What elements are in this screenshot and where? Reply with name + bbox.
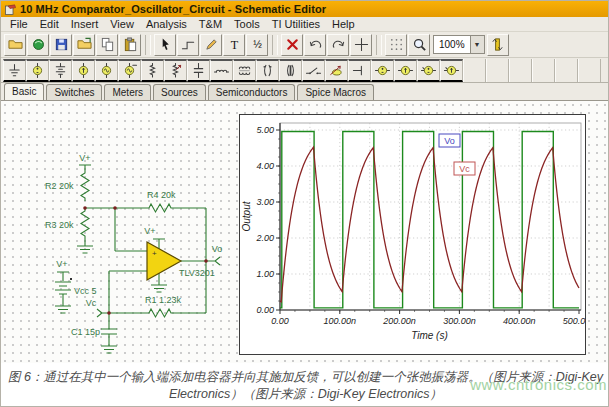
switch-component-button[interactable]	[302, 59, 325, 82]
relay-component-button[interactable]	[325, 59, 348, 82]
inductor-component-button[interactable]	[210, 59, 233, 82]
terminal-component-button[interactable]	[348, 59, 371, 82]
wire-button[interactable]	[177, 34, 199, 56]
capacitor-c1[interactable]	[101, 313, 117, 346]
tab-switches[interactable]: Switches	[46, 84, 102, 100]
x-tick-label: 300.00n	[443, 316, 476, 326]
menu-tools[interactable]: Tools	[228, 18, 266, 30]
nonlinear-transformer-component-button[interactable]	[279, 59, 302, 82]
zoom-level-dropdown[interactable]: 100%▼	[433, 35, 485, 54]
current-generator-component-button[interactable]	[118, 59, 141, 82]
menu-ti-utilities[interactable]: TI Utilities	[266, 18, 326, 30]
delete-button[interactable]	[281, 34, 303, 56]
legend-label: Vo	[444, 136, 455, 146]
open-file-button[interactable]	[73, 34, 95, 56]
voltage-generator-component-button[interactable]	[95, 59, 118, 82]
resistor-component-button[interactable]	[141, 59, 164, 82]
ground-symbol[interactable]	[77, 239, 93, 253]
tab-spice-macros[interactable]: Spice Macros	[297, 84, 374, 100]
menubar: FileEditInsertViewAnalysisT&MToolsTI Uti…	[1, 17, 608, 32]
resistor-r2[interactable]	[81, 171, 89, 201]
empty-toolbar-cell	[578, 59, 601, 82]
voltage-source-icon	[30, 63, 45, 78]
zoom-lens-icon	[412, 37, 427, 52]
schematic-canvas[interactable]: V+ R2 20k R3 20k R4 20k V+ TLV3201 Vo Vc…	[1, 101, 609, 363]
y-tick-label: 3.00	[256, 197, 274, 207]
resistor-r1[interactable]	[147, 309, 173, 317]
coupled-inductors-component-button[interactable]	[233, 59, 256, 82]
menu-insert[interactable]: Insert	[65, 18, 105, 30]
fraction-button[interactable]: ½	[246, 34, 268, 56]
grid-icon	[389, 37, 404, 52]
crosshair-button[interactable]	[350, 34, 372, 56]
menu-view[interactable]: View	[104, 18, 140, 30]
menu-help[interactable]: Help	[326, 18, 361, 30]
redo-button[interactable]	[327, 34, 349, 56]
x-tick-label: 0.00	[271, 316, 289, 326]
vcvs-icon	[375, 63, 390, 78]
interactive-icon	[490, 37, 505, 52]
cccs-icon	[444, 63, 459, 78]
resistor-r3[interactable]	[81, 208, 89, 239]
menu-analysis[interactable]: Analysis	[140, 18, 193, 30]
potentiometer-component-button[interactable]	[164, 59, 187, 82]
select-button[interactable]	[154, 34, 176, 56]
ground-symbol[interactable]	[55, 306, 71, 313]
current-source-component-button[interactable]	[72, 59, 95, 82]
vcvs-component-button[interactable]	[371, 59, 394, 82]
nonlinear-transformer-icon	[283, 63, 298, 78]
voltage-source-component-button[interactable]	[26, 59, 49, 82]
wires	[55, 165, 220, 353]
transformer-component-button[interactable]	[256, 59, 279, 82]
capacitor-component-button[interactable]	[187, 59, 210, 82]
copy-button[interactable]	[96, 34, 118, 56]
vc-terminal-label: Vc	[86, 298, 97, 308]
battery-component-button[interactable]	[49, 59, 72, 82]
empty-toolbar-cell	[509, 59, 532, 82]
menu-file[interactable]: File	[4, 18, 34, 30]
voltage-generator-icon	[99, 63, 114, 78]
pencil-button[interactable]	[200, 34, 222, 56]
ccvs-component-button[interactable]	[417, 59, 440, 82]
undo-button[interactable]	[304, 34, 326, 56]
noninverting-input-mark: +	[152, 249, 157, 258]
transformer-icon	[260, 63, 275, 78]
tab-basic[interactable]: Basic	[4, 83, 44, 100]
crosshair-icon	[354, 37, 369, 52]
ground-symbol[interactable]	[101, 346, 117, 353]
zoom-lens-button[interactable]	[408, 34, 430, 56]
menu-t-m[interactable]: T&M	[193, 18, 228, 30]
oscillator-schematic[interactable]: V+ R2 20k R3 20k R4 20k V+ TLV3201 Vo Vc…	[1, 101, 239, 363]
chevron-down-icon[interactable]: ▼	[470, 36, 484, 53]
tab-semiconductors[interactable]: Semiconductors	[208, 84, 296, 100]
grid-button[interactable]	[385, 34, 407, 56]
current-source-icon	[76, 63, 91, 78]
comparator-tlv3201[interactable]	[147, 242, 181, 280]
vo-terminal-label: Vo	[212, 244, 223, 254]
terminal-icon	[352, 63, 367, 78]
save-button[interactable]	[50, 34, 72, 56]
menu-edit[interactable]: Edit	[34, 18, 65, 30]
tab-meters[interactable]: Meters	[104, 84, 151, 100]
open-file-icon	[77, 37, 92, 52]
text-button[interactable]: T	[223, 34, 245, 56]
component-toolbar	[1, 58, 608, 83]
resistor-r4[interactable]	[147, 204, 173, 212]
interactive-button[interactable]	[487, 34, 509, 56]
examples-button[interactable]	[27, 34, 49, 56]
vccs-component-button[interactable]	[394, 59, 417, 82]
y-tick-label: 2.00	[255, 233, 274, 243]
toolbar-separator	[145, 35, 151, 55]
x-axis-title: Time (s)	[411, 330, 448, 341]
tab-sources[interactable]: Sources	[153, 84, 206, 100]
battery-vcc[interactable]	[55, 282, 71, 306]
main-toolbar: T½100%▼	[1, 32, 608, 58]
save-icon	[54, 37, 69, 52]
ground-component-button[interactable]	[3, 59, 26, 82]
cccs-component-button[interactable]	[440, 59, 463, 82]
svg-text:½: ½	[253, 39, 262, 50]
paste-button[interactable]	[119, 34, 141, 56]
x-tick-label: 100.00n	[324, 316, 357, 326]
fraction-icon: ½	[250, 37, 265, 52]
open-button[interactable]	[4, 34, 26, 56]
